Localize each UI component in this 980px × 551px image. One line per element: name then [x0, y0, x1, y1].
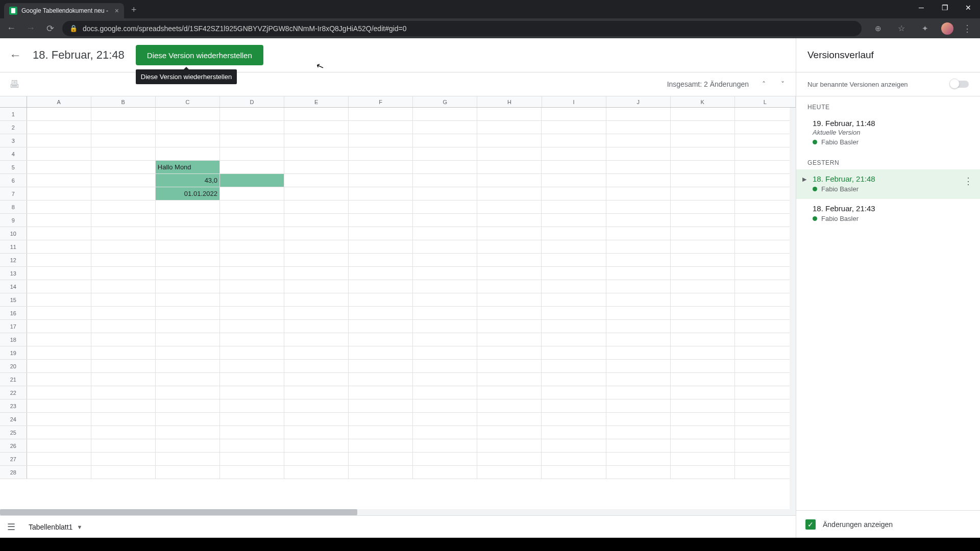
row-header[interactable]: 21 — [0, 373, 27, 386]
cell[interactable] — [542, 426, 606, 439]
cell[interactable] — [220, 240, 284, 253]
cell[interactable] — [284, 453, 349, 465]
cell[interactable] — [413, 346, 477, 359]
print-icon[interactable]: 🖶 — [9, 79, 19, 90]
cell[interactable] — [27, 413, 91, 425]
cell[interactable] — [671, 453, 735, 465]
zoom-icon[interactable]: ⊕ — [871, 24, 885, 33]
cell[interactable] — [349, 134, 413, 147]
profile-avatar[interactable] — [941, 22, 953, 35]
cell[interactable] — [27, 108, 91, 120]
cell[interactable] — [477, 413, 542, 425]
cell[interactable] — [27, 466, 91, 479]
cell[interactable] — [735, 134, 796, 147]
cell[interactable] — [477, 267, 542, 280]
cell[interactable] — [477, 399, 542, 412]
next-change-icon[interactable]: ˅ — [779, 78, 787, 90]
cell[interactable] — [671, 267, 735, 280]
show-changes-checkbox[interactable]: ✓ — [805, 519, 816, 530]
reload-icon[interactable]: ⟳ — [43, 23, 57, 34]
cell[interactable] — [284, 267, 349, 280]
cell[interactable] — [27, 174, 91, 187]
cell[interactable] — [735, 161, 796, 173]
cell[interactable] — [220, 399, 284, 412]
cell[interactable] — [542, 439, 606, 452]
cell[interactable] — [27, 201, 91, 213]
back-arrow-button[interactable]: ← — [9, 48, 21, 62]
cell[interactable] — [413, 386, 477, 399]
row-header[interactable]: 6 — [0, 174, 27, 187]
row-header[interactable]: 1 — [0, 108, 27, 120]
cell[interactable] — [284, 466, 349, 479]
cell[interactable] — [671, 439, 735, 452]
cell[interactable] — [671, 466, 735, 479]
cell[interactable] — [477, 426, 542, 439]
sheet-tab[interactable]: Tabellenblatt1 ▼ — [22, 520, 88, 534]
cell[interactable] — [542, 386, 606, 399]
cell[interactable] — [27, 214, 91, 227]
cell[interactable] — [606, 108, 671, 120]
cell[interactable] — [349, 227, 413, 240]
cell[interactable] — [735, 174, 796, 187]
version-list[interactable]: HEUTE19. Februar, 11:48Aktuelle VersionF… — [796, 96, 980, 510]
cell[interactable] — [671, 320, 735, 333]
cell[interactable] — [349, 174, 413, 187]
row-header[interactable]: 22 — [0, 386, 27, 399]
cell[interactable] — [735, 267, 796, 280]
cell[interactable] — [735, 399, 796, 412]
cell[interactable] — [91, 439, 156, 452]
cell[interactable] — [284, 240, 349, 253]
cell[interactable] — [606, 240, 671, 253]
cell[interactable] — [606, 320, 671, 333]
cell[interactable] — [91, 121, 156, 134]
cell[interactable] — [349, 453, 413, 465]
cell[interactable] — [477, 147, 542, 160]
cell[interactable] — [156, 386, 220, 399]
extensions-icon[interactable]: ✦ — [918, 24, 932, 33]
row-header[interactable]: 28 — [0, 466, 27, 479]
column-header[interactable]: B — [91, 96, 156, 107]
cell[interactable] — [220, 386, 284, 399]
cell[interactable] — [156, 413, 220, 425]
cell[interactable] — [413, 320, 477, 333]
cell[interactable] — [220, 426, 284, 439]
cell[interactable] — [671, 121, 735, 134]
column-header[interactable]: I — [542, 96, 606, 107]
cell[interactable] — [284, 360, 349, 372]
cell[interactable] — [671, 147, 735, 160]
cell[interactable] — [27, 386, 91, 399]
cell[interactable] — [156, 399, 220, 412]
cell[interactable] — [606, 201, 671, 213]
cell[interactable] — [606, 333, 671, 346]
cell[interactable] — [542, 307, 606, 319]
version-item[interactable]: ▶18. Februar, 21:48Fabio Basler⋮ — [796, 169, 980, 199]
cell[interactable] — [349, 373, 413, 386]
cell[interactable] — [156, 360, 220, 372]
cell[interactable] — [27, 346, 91, 359]
version-item[interactable]: 19. Februar, 11:48Aktuelle VersionFabio … — [796, 114, 980, 152]
cell[interactable] — [284, 293, 349, 306]
address-bar[interactable]: 🔒 docs.google.com/spreadsheets/d/1SF42SZ… — [62, 21, 862, 36]
cell[interactable] — [542, 240, 606, 253]
cell[interactable] — [220, 201, 284, 213]
cell[interactable] — [542, 413, 606, 425]
cell[interactable] — [606, 174, 671, 187]
cell[interactable] — [542, 373, 606, 386]
cell[interactable] — [606, 307, 671, 319]
cell[interactable] — [156, 439, 220, 452]
cell[interactable] — [284, 386, 349, 399]
cell[interactable] — [349, 187, 413, 200]
cell[interactable] — [349, 426, 413, 439]
cell[interactable] — [27, 373, 91, 386]
cell[interactable] — [156, 254, 220, 266]
row-header[interactable]: 12 — [0, 254, 27, 266]
cell[interactable] — [91, 399, 156, 412]
cell[interactable] — [477, 360, 542, 372]
cell[interactable] — [735, 293, 796, 306]
cell[interactable] — [671, 373, 735, 386]
cell[interactable] — [735, 214, 796, 227]
cell[interactable] — [156, 346, 220, 359]
cell[interactable] — [349, 254, 413, 266]
row-header[interactable]: 2 — [0, 121, 27, 134]
cell[interactable] — [735, 386, 796, 399]
